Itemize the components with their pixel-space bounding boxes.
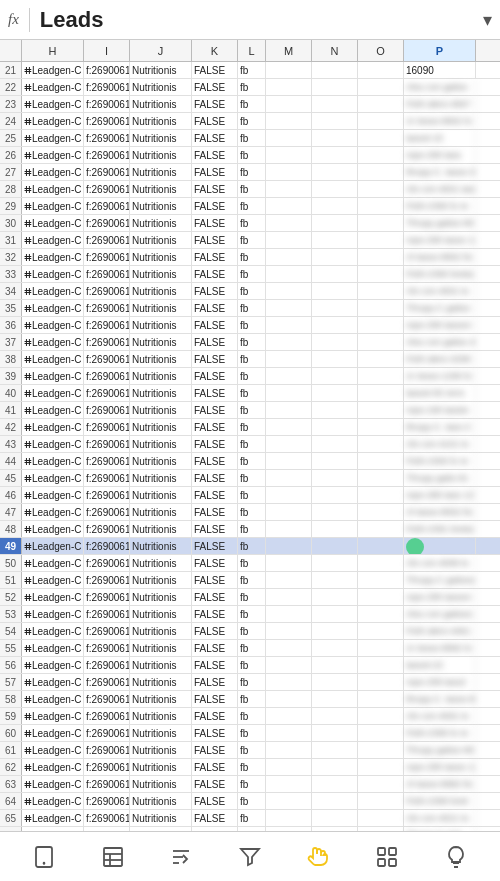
- cell-J[interactable]: Nutritionis: [130, 419, 192, 435]
- cell-O[interactable]: [358, 742, 404, 758]
- cell-M[interactable]: [266, 351, 312, 367]
- toolbar-tablet-button[interactable]: [22, 835, 66, 879]
- cell-M[interactable]: [266, 810, 312, 826]
- cell-L[interactable]: fb: [238, 283, 266, 299]
- cell-H[interactable]: ⵌLeadgen-C: [22, 198, 84, 214]
- cell-L[interactable]: fb: [238, 181, 266, 197]
- table-row[interactable]: 34ⵌLeadgen-Cf:2690061NutritionisFALSEfbA…: [0, 283, 500, 300]
- cell-L[interactable]: fb: [238, 555, 266, 571]
- toolbar-grid-button[interactable]: [365, 835, 409, 879]
- cell-N[interactable]: [312, 776, 358, 792]
- cell-H[interactable]: ⵌLeadgen-C: [22, 487, 84, 503]
- cell-K[interactable]: FALSE: [192, 232, 238, 248]
- cell-K[interactable]: FALSE: [192, 419, 238, 435]
- cell-P[interactable]: tassot-22: [404, 657, 476, 673]
- toolbar-bulb-button[interactable]: [434, 835, 478, 879]
- cell-H[interactable]: ⵌLeadgen-C: [22, 164, 84, 180]
- cell-N[interactable]: [312, 487, 358, 503]
- cell-N[interactable]: [312, 521, 358, 537]
- cell-N[interactable]: [312, 657, 358, 673]
- table-row[interactable]: 56ⵌLeadgen-Cf:2690061NutritionisFALSEfbt…: [0, 657, 500, 674]
- cell-K[interactable]: FALSE: [192, 538, 238, 554]
- cell-O[interactable]: [358, 419, 404, 435]
- cell-K[interactable]: FALSE: [192, 198, 238, 214]
- cell-H[interactable]: ⵌLeadgen-C: [22, 521, 84, 537]
- cell-H[interactable]: ⵌLeadgen-C: [22, 215, 84, 231]
- cell-J[interactable]: Nutritionis: [130, 436, 192, 452]
- table-row[interactable]: 30ⵌLeadgen-Cf:2690061NutritionisFALSEfbT…: [0, 215, 500, 232]
- cell-L[interactable]: fb: [238, 164, 266, 180]
- cell-H[interactable]: ⵌLeadgen-C: [22, 79, 84, 95]
- cell-M[interactable]: [266, 538, 312, 554]
- cell-M[interactable]: [266, 521, 312, 537]
- cell-K[interactable]: FALSE: [192, 725, 238, 741]
- cell-L[interactable]: fb: [238, 215, 266, 231]
- cell-J[interactable]: Nutritionis: [130, 249, 192, 265]
- cell-L[interactable]: fb: [238, 572, 266, 588]
- cell-N[interactable]: [312, 470, 358, 486]
- cell-K[interactable]: FALSE: [192, 215, 238, 231]
- cell-I[interactable]: f:2690061: [84, 198, 130, 214]
- cell-J[interactable]: Nutritionis: [130, 759, 192, 775]
- col-header-P[interactable]: P: [404, 40, 476, 61]
- cell-P[interactable]: ropo-295 tasson: [404, 589, 476, 605]
- cell-H[interactable]: ⵌLeadgen-C: [22, 810, 84, 826]
- cell-J[interactable]: Nutritionis: [130, 810, 192, 826]
- cell-K[interactable]: FALSE: [192, 317, 238, 333]
- cell-M[interactable]: [266, 334, 312, 350]
- cell-P[interactable]: Thrupy gatiso-90: [404, 215, 476, 231]
- cell-L[interactable]: fb: [238, 130, 266, 146]
- cell-M[interactable]: [266, 147, 312, 163]
- cell-N[interactable]: [312, 232, 358, 248]
- cell-K[interactable]: FALSE: [192, 470, 238, 486]
- cell-L[interactable]: fb: [238, 810, 266, 826]
- cell-N[interactable]: [312, 300, 358, 316]
- cell-N[interactable]: [312, 198, 358, 214]
- cell-M[interactable]: [266, 96, 312, 112]
- cell-M[interactable]: [266, 742, 312, 758]
- cell-M[interactable]: [266, 249, 312, 265]
- cell-P[interactable]: Fishi alero-4567: [404, 96, 476, 112]
- cell-N[interactable]: [312, 249, 358, 265]
- cell-H[interactable]: ⵌLeadgen-C: [22, 419, 84, 435]
- cell-L[interactable]: fb: [238, 368, 266, 384]
- cell-M[interactable]: [266, 215, 312, 231]
- cell-O[interactable]: [358, 164, 404, 180]
- table-row[interactable]: 46ⵌLeadgen-Cf:2690061NutritionisFALSEfbr…: [0, 487, 500, 504]
- cell-K[interactable]: FALSE: [192, 62, 238, 78]
- cell-P[interactable]: ropo-299 tass2: [404, 674, 476, 690]
- cell-I[interactable]: f:2690061: [84, 436, 130, 452]
- cell-J[interactable]: Nutritionis: [130, 657, 192, 673]
- cell-K[interactable]: FALSE: [192, 453, 238, 469]
- cell-N[interactable]: [312, 708, 358, 724]
- cell-O[interactable]: [358, 96, 404, 112]
- cell-I[interactable]: f:2690061: [84, 708, 130, 724]
- col-header-J[interactable]: J: [130, 40, 192, 61]
- cell-J[interactable]: Nutritionis: [130, 725, 192, 741]
- cell-L[interactable]: fb: [238, 487, 266, 503]
- cell-J[interactable]: Nutritionis: [130, 708, 192, 724]
- cell-N[interactable]: [312, 623, 358, 639]
- cell-K[interactable]: FALSE: [192, 436, 238, 452]
- cell-N[interactable]: [312, 810, 358, 826]
- cell-O[interactable]: [358, 470, 404, 486]
- cell-L[interactable]: fb: [238, 759, 266, 775]
- cell-I[interactable]: f:2690061: [84, 181, 130, 197]
- cell-P[interactable]: 16090: [404, 62, 476, 78]
- cell-P[interactable]: ropo-290 tass: [404, 147, 476, 163]
- cell-O[interactable]: [358, 266, 404, 282]
- cell-M[interactable]: [266, 198, 312, 214]
- cell-K[interactable]: FALSE: [192, 402, 238, 418]
- cell-J[interactable]: Nutritionis: [130, 470, 192, 486]
- cell-I[interactable]: f:2690061: [84, 521, 130, 537]
- cell-K[interactable]: FALSE: [192, 300, 238, 316]
- cell-P[interactable]: Thrupy-C gatiso: [404, 300, 476, 316]
- cell-O[interactable]: [358, 657, 404, 673]
- cell-K[interactable]: FALSE: [192, 572, 238, 588]
- cell-L[interactable]: fb: [238, 606, 266, 622]
- cell-I[interactable]: f:2690061: [84, 776, 130, 792]
- cell-H[interactable]: ⵌLeadgen-C: [22, 181, 84, 197]
- cell-P[interactable]: Thrupy gatis-91: [404, 470, 476, 486]
- cell-M[interactable]: [266, 759, 312, 775]
- cell-H[interactable]: ⵌLeadgen-C: [22, 708, 84, 724]
